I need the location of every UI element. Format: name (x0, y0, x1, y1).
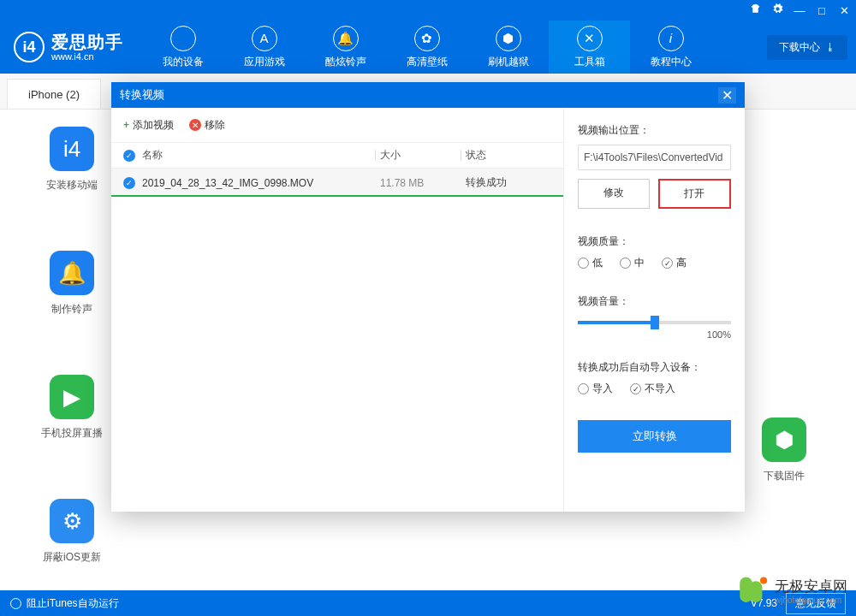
nav-apps-games[interactable]: A应用游戏 (223, 21, 305, 74)
video-volume-label: 视频音量： (578, 294, 731, 309)
watermark-url: wjhotelgroup.com (775, 595, 847, 605)
dialog-right-pane: 视频输出位置： 修改 打开 视频质量： 低 中 高 视频音量： 100% 转换成… (563, 108, 745, 512)
convert-now-button[interactable]: 立即转换 (578, 420, 731, 453)
radio-ring-icon (10, 598, 21, 609)
maximize-button[interactable]: □ (815, 4, 829, 17)
video-row[interactable]: ✓ 2019_04_28_13_42_IMG_0998.MOV 11.78 MB… (111, 169, 563, 197)
window-titlebar: — □ ✕ (0, 0, 856, 21)
col-name: 名称 (142, 148, 380, 163)
logo-icon: i4 (14, 32, 45, 62)
tab-iphone[interactable]: iPhone (2) (7, 79, 101, 109)
dialog-left-pane: +添加视频 ✕移除 ✓ 名称 大小 状态 ✓ 2019_04_28_13_42_… (111, 108, 563, 512)
quality-low-radio[interactable]: 低 (578, 256, 603, 270)
output-location-label: 视频输出位置： (578, 123, 731, 138)
dialog-titlebar: 转换视频 ✕ (111, 82, 745, 108)
quality-mid-radio[interactable]: 中 (620, 256, 645, 270)
video-quality-label: 视频质量： (578, 234, 731, 249)
nav-toolbox[interactable]: ✕工具箱 (549, 21, 630, 74)
tool-block-ios-update[interactable]: ⚙屏蔽iOS更新 (29, 499, 115, 565)
remove-icon: ✕ (189, 119, 201, 131)
block-itunes-toggle[interactable]: 阻止iTunes自动运行 (10, 596, 119, 611)
tool-make-ringtone[interactable]: 🔔制作铃声 (29, 251, 115, 317)
status-bar: 阻止iTunes自动运行 V7.93 意见反馈 (0, 590, 856, 616)
remove-video-button[interactable]: ✕移除 (189, 118, 225, 133)
box-icon: ⬢ (496, 26, 521, 51)
output-path-field[interactable] (578, 145, 731, 170)
add-video-button[interactable]: +添加视频 (123, 118, 174, 133)
app-logo: i4 爱思助手 www.i4.cn (14, 32, 123, 62)
tool-install-mobile[interactable]: i4安装移动端 (29, 127, 115, 192)
auto-import-label: 转换成功后自动导入设备： (578, 360, 731, 375)
auto-import-radio-group: 导入 不导入 (578, 382, 731, 396)
dialog-title: 转换视频 (120, 87, 164, 103)
bell-plus-icon: 🔔 (50, 251, 94, 295)
convert-video-dialog: 转换视频 ✕ +添加视频 ✕移除 ✓ 名称 大小 状态 ✓ 2019_04_28… (111, 82, 745, 512)
volume-slider-thumb[interactable] (651, 316, 659, 329)
gear-icon: ⚙ (50, 499, 94, 543)
appstore-icon: A (252, 26, 277, 51)
row-filesize: 11.78 MB (380, 177, 466, 189)
svg-point-0 (760, 577, 767, 583)
nav-wallpapers[interactable]: ✿高清壁纸 (386, 21, 467, 74)
row-status: 转换成功 (466, 175, 551, 190)
watermark: 无极安卓网 wjhotelgroup.com (735, 575, 847, 609)
tshirt-icon[interactable] (748, 3, 762, 17)
dialog-close-button[interactable]: ✕ (718, 87, 736, 104)
settings-icon[interactable] (770, 3, 784, 17)
volume-slider[interactable] (578, 321, 731, 324)
download-icon: ⭳ (825, 41, 835, 53)
modify-path-button[interactable]: 修改 (578, 179, 650, 209)
nav-tutorials[interactable]: i教程中心 (630, 21, 711, 74)
download-center-button[interactable]: 下载中心 ⭳ (767, 35, 847, 60)
nav-flash-jailbreak[interactable]: ⬢刷机越狱 (467, 21, 549, 74)
app-name: 爱思助手 (51, 33, 123, 51)
app-header: i4 爱思助手 www.i4.cn 我的设备 A应用游戏 🔔酷炫铃声 ✿高清壁纸… (0, 21, 856, 74)
open-folder-button[interactable]: 打开 (658, 179, 732, 209)
app-url: www.i4.cn (51, 51, 123, 62)
plus-icon: + (123, 119, 129, 131)
watermark-title: 无极安卓网 (775, 579, 847, 595)
col-status: 状态 (466, 148, 551, 163)
tool-download-firmware[interactable]: ⬢下载固件 (741, 418, 827, 483)
col-size: 大小 (380, 148, 466, 163)
row-checkbox[interactable]: ✓ (123, 176, 142, 189)
nav-my-device[interactable]: 我的设备 (142, 21, 223, 74)
row-filename: 2019_04_28_13_42_IMG_0998.MOV (142, 177, 380, 189)
play-icon: ▶ (50, 375, 94, 419)
close-window-button[interactable]: ✕ (837, 4, 851, 17)
list-header: ✓ 名称 大小 状态 (111, 142, 563, 169)
cube-icon: ⬢ (762, 418, 806, 462)
apple-icon (170, 26, 196, 51)
autoimport-yes-radio[interactable]: 导入 (578, 382, 613, 396)
tool-screen-mirror[interactable]: ▶手机投屏直播 (29, 375, 115, 441)
nav-ringtones[interactable]: 🔔酷炫铃声 (305, 21, 386, 74)
dialog-toolbar: +添加视频 ✕移除 (111, 108, 563, 142)
quality-radio-group: 低 中 高 (578, 256, 731, 270)
quality-high-radio[interactable]: 高 (662, 256, 687, 270)
row-progress-bar (111, 195, 563, 197)
info-icon: i (658, 26, 684, 51)
i4-icon: i4 (50, 127, 94, 171)
flower-icon: ✿ (414, 26, 440, 51)
bell-icon: 🔔 (333, 26, 359, 51)
volume-value: 100% (578, 329, 731, 340)
main-nav: 我的设备 A应用游戏 🔔酷炫铃声 ✿高清壁纸 ⬢刷机越狱 ✕工具箱 i教程中心 (142, 21, 711, 74)
autoimport-no-radio[interactable]: 不导入 (630, 382, 675, 396)
tools-icon: ✕ (577, 26, 603, 51)
select-all-checkbox[interactable]: ✓ (123, 149, 142, 162)
watermark-logo-icon (735, 575, 770, 609)
minimize-button[interactable]: — (793, 4, 806, 17)
